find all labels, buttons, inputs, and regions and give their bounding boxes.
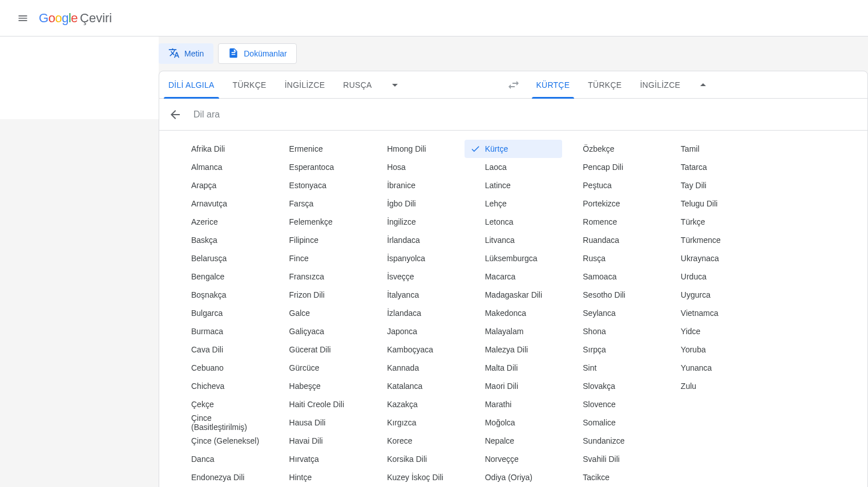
language-option[interactable]: Hosa bbox=[366, 158, 465, 176]
language-option[interactable]: Estonyaca bbox=[269, 176, 367, 194]
language-option[interactable]: Laoca bbox=[465, 158, 563, 176]
menu-icon[interactable] bbox=[9, 5, 37, 32]
language-option[interactable]: Boşnakça bbox=[171, 286, 269, 304]
language-option[interactable]: Tamil bbox=[660, 140, 758, 158]
language-option[interactable]: Felemenkçe bbox=[269, 213, 367, 231]
language-option[interactable]: İsveççe bbox=[366, 267, 465, 286]
language-option[interactable]: Yoruba bbox=[660, 340, 758, 359]
language-option[interactable]: Katalanca bbox=[366, 377, 465, 395]
language-option[interactable]: Norveççe bbox=[465, 450, 563, 468]
language-option[interactable]: Telugu Dili bbox=[660, 194, 758, 213]
language-option[interactable]: Japonca bbox=[366, 322, 465, 340]
language-option[interactable]: Tay Dili bbox=[660, 176, 758, 194]
language-option[interactable]: Cava Dili bbox=[171, 340, 269, 359]
tab-detect-language[interactable]: DİLİ ALGILA bbox=[159, 71, 224, 99]
language-option[interactable]: Havai Dili bbox=[269, 432, 367, 450]
swap-languages-button[interactable] bbox=[500, 71, 527, 99]
language-option[interactable]: Kırgızca bbox=[366, 413, 465, 432]
language-option[interactable]: Arapça bbox=[171, 176, 269, 194]
tab-source-1[interactable]: TÜRKÇE bbox=[224, 71, 276, 99]
language-option[interactable]: Vietnamca bbox=[660, 304, 758, 322]
language-option[interactable]: Odiya (Oriya) bbox=[465, 468, 563, 486]
collapse-target-languages[interactable] bbox=[689, 71, 717, 99]
language-option[interactable]: Pencap Dili bbox=[562, 158, 660, 176]
language-option[interactable]: İngilizce bbox=[366, 213, 465, 231]
tab-source-2[interactable]: İNGİLİZCE bbox=[276, 71, 334, 99]
language-option[interactable]: Madagaskar Dili bbox=[465, 286, 563, 304]
language-option[interactable]: Romence bbox=[562, 213, 660, 231]
language-option[interactable]: İgbo Dili bbox=[366, 194, 465, 213]
language-option[interactable]: Belarusça bbox=[171, 249, 269, 267]
language-option[interactable]: Ermenice bbox=[269, 140, 367, 158]
language-option[interactable]: Sırpça bbox=[562, 340, 660, 359]
text-mode-button[interactable]: Metin bbox=[159, 43, 213, 64]
language-option[interactable]: Lehçe bbox=[465, 194, 563, 213]
language-option[interactable]: Afrika Dili bbox=[171, 140, 269, 158]
language-option[interactable]: Urduca bbox=[660, 267, 758, 286]
language-option[interactable]: Seylanca bbox=[562, 304, 660, 322]
language-search-input[interactable] bbox=[189, 109, 865, 120]
language-option[interactable]: Esperantoca bbox=[269, 158, 367, 176]
language-option[interactable]: Portekizce bbox=[562, 194, 660, 213]
language-option[interactable]: Marathi bbox=[465, 395, 563, 413]
language-option[interactable]: Yidce bbox=[660, 322, 758, 340]
language-option[interactable]: Lüksemburgca bbox=[465, 249, 563, 267]
language-option[interactable]: Korsika Dili bbox=[366, 450, 465, 468]
language-option[interactable]: Çince (Geleneksel) bbox=[171, 432, 269, 450]
language-option[interactable]: Farsça bbox=[269, 194, 367, 213]
language-option[interactable]: Tatarca bbox=[660, 158, 758, 176]
language-option[interactable]: Kazakça bbox=[366, 395, 465, 413]
back-button[interactable] bbox=[162, 101, 189, 128]
language-option[interactable]: Tacikce bbox=[562, 468, 660, 486]
language-option[interactable]: Azerice bbox=[171, 213, 269, 231]
language-option[interactable]: Hmong Dili bbox=[366, 140, 465, 158]
logo[interactable]: Google Çeviri bbox=[39, 11, 112, 26]
language-option[interactable]: Latince bbox=[465, 176, 563, 194]
language-option[interactable]: Habeşçe bbox=[269, 377, 367, 395]
language-option[interactable]: İrlandaca bbox=[366, 231, 465, 249]
language-option[interactable]: İzlandaca bbox=[366, 304, 465, 322]
tab-target-2[interactable]: TÜRKÇE bbox=[579, 71, 631, 99]
language-option[interactable]: Slovakça bbox=[562, 377, 660, 395]
language-option[interactable]: Yunanca bbox=[660, 359, 758, 377]
language-option[interactable]: Kannada bbox=[366, 359, 465, 377]
language-option[interactable]: Malayalam bbox=[465, 322, 563, 340]
language-option[interactable]: Uygurca bbox=[660, 286, 758, 304]
language-option[interactable]: Endonezya Dili bbox=[171, 468, 269, 486]
language-option[interactable]: Hausa Dili bbox=[269, 413, 367, 432]
language-option[interactable]: Almanca bbox=[171, 158, 269, 176]
language-option[interactable]: Galiçyaca bbox=[269, 322, 367, 340]
language-option[interactable]: İtalyanca bbox=[366, 286, 465, 304]
language-option[interactable]: Maori Dili bbox=[465, 377, 563, 395]
language-option[interactable]: Türkmence bbox=[660, 231, 758, 249]
language-option[interactable]: Moğolca bbox=[465, 413, 563, 432]
language-option[interactable]: Svahili Dili bbox=[562, 450, 660, 468]
language-option[interactable]: Somalice bbox=[562, 413, 660, 432]
language-option[interactable]: Bengalce bbox=[171, 267, 269, 286]
language-option[interactable]: Filipince bbox=[269, 231, 367, 249]
language-option[interactable]: Cebuano bbox=[171, 359, 269, 377]
language-option[interactable]: Sint bbox=[562, 359, 660, 377]
language-option[interactable]: Baskça bbox=[171, 231, 269, 249]
language-option[interactable]: Çince (Basitleştirilmiş) bbox=[171, 413, 269, 432]
language-option[interactable]: İbranice bbox=[366, 176, 465, 194]
language-option[interactable]: Ukraynaca bbox=[660, 249, 758, 267]
language-option[interactable]: Ruandaca bbox=[562, 231, 660, 249]
language-option[interactable]: Makedonca bbox=[465, 304, 563, 322]
language-option[interactable]: Hintçe bbox=[269, 468, 367, 486]
language-option[interactable]: Samoaca bbox=[562, 267, 660, 286]
language-option[interactable]: Haiti Creole Dili bbox=[269, 395, 367, 413]
language-option[interactable]: Peştuca bbox=[562, 176, 660, 194]
language-option[interactable]: Letonca bbox=[465, 213, 563, 231]
language-option[interactable]: Burmaca bbox=[171, 322, 269, 340]
documents-mode-button[interactable]: Dokümanlar bbox=[218, 43, 296, 64]
language-option[interactable]: Arnavutça bbox=[171, 194, 269, 213]
language-option[interactable]: Galce bbox=[269, 304, 367, 322]
language-option[interactable]: Kuzey İskoç Dili bbox=[366, 468, 465, 486]
language-option[interactable]: Chicheva bbox=[171, 377, 269, 395]
language-option[interactable]: Hırvatça bbox=[269, 450, 367, 468]
language-option[interactable]: İspanyolca bbox=[366, 249, 465, 267]
tab-target-1[interactable]: KÜRTÇE bbox=[527, 71, 579, 99]
tab-source-3[interactable]: RUSÇA bbox=[334, 71, 381, 99]
language-option[interactable]: Özbekçe bbox=[562, 140, 660, 158]
